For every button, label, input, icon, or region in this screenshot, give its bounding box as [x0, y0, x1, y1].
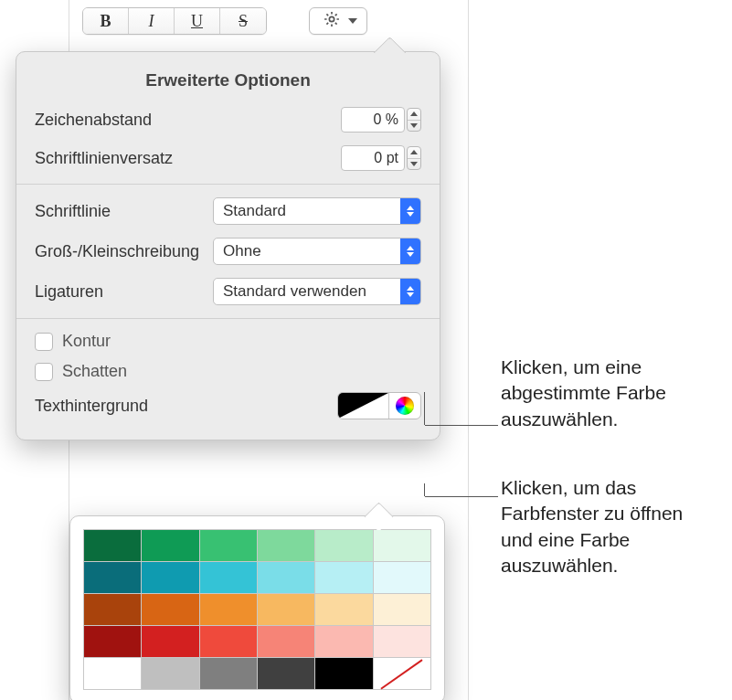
color-swatch[interactable] — [200, 530, 257, 561]
baseline-stepper[interactable] — [407, 146, 421, 170]
strikethrough-button[interactable]: S — [220, 8, 266, 34]
color-swatch[interactable] — [374, 530, 430, 561]
color-swatch[interactable] — [374, 626, 430, 657]
color-swatch[interactable] — [315, 562, 372, 593]
linestyle-label: Schriftlinie — [35, 202, 213, 221]
capitalization-row: Groß-/Kleinschreibung Ohne — [35, 238, 421, 265]
stepper-down[interactable] — [408, 121, 420, 132]
underline-button[interactable]: U — [175, 8, 220, 34]
shadow-checkbox[interactable] — [35, 363, 53, 381]
stepper-up[interactable] — [408, 109, 420, 121]
color-swatch[interactable] — [258, 658, 314, 689]
callout-color-picker: Klicken, um das Farbfenster zu öffnen un… — [501, 475, 720, 578]
popover-title: Erweiterte Optionen — [35, 70, 421, 90]
baseline-row: Schriftlinienversatz — [35, 145, 421, 171]
color-swatch[interactable] — [84, 658, 141, 689]
baseline-label: Schriftlinienversatz — [35, 149, 341, 168]
linestyle-row: Schriftlinie Standard — [35, 197, 421, 225]
ligatures-value: Standard verwenden — [223, 282, 366, 301]
callout-leader — [425, 496, 498, 497]
tracking-input[interactable] — [341, 107, 405, 133]
select-arrows-icon — [400, 198, 420, 224]
color-swatch[interactable] — [200, 658, 257, 689]
gear-icon — [323, 10, 341, 32]
text-style-toolbar: B I U S — [82, 7, 367, 35]
color-swatch[interactable] — [84, 626, 141, 657]
shadow-row: Schatten — [35, 362, 421, 381]
outline-checkbox[interactable] — [35, 333, 53, 351]
text-background-row: Texthintergrund — [35, 392, 421, 419]
select-arrows-icon — [400, 239, 420, 264]
capitalization-label: Groß-/Kleinschreibung — [35, 242, 213, 261]
color-swatch[interactable] — [200, 626, 257, 657]
advanced-options-button[interactable] — [309, 7, 367, 35]
divider — [16, 318, 440, 319]
color-swatch[interactable] — [315, 626, 372, 657]
linestyle-select[interactable]: Standard — [213, 197, 421, 225]
outline-row: Kontur — [35, 332, 421, 351]
select-arrows-icon — [400, 279, 420, 304]
linestyle-value: Standard — [223, 202, 286, 220]
color-swatch[interactable] — [315, 530, 372, 561]
advanced-options-popover: Erweiterte Optionen Zeichenabstand Schri… — [16, 51, 440, 440]
color-swatch[interactable] — [142, 658, 198, 689]
callout-leader — [425, 425, 498, 426]
color-swatch[interactable] — [142, 562, 198, 593]
preset-color-well[interactable] — [338, 393, 389, 419]
tracking-row: Zeichenabstand — [35, 107, 421, 133]
ligatures-select[interactable]: Standard verwenden — [213, 278, 421, 305]
color-swatch[interactable] — [258, 562, 314, 593]
capitalization-value: Ohne — [223, 242, 261, 260]
color-swatch[interactable] — [142, 594, 198, 625]
text-background-label: Texthintergrund — [35, 397, 148, 416]
color-swatch[interactable] — [84, 562, 141, 593]
text-background-color-wells — [337, 392, 421, 419]
svg-point-0 — [329, 16, 334, 21]
stepper-down[interactable] — [408, 159, 420, 170]
color-wheel-icon — [396, 397, 414, 415]
text-style-segmented: B I U S — [82, 7, 267, 35]
color-swatch[interactable] — [374, 562, 430, 593]
color-swatch[interactable] — [84, 594, 141, 625]
chevron-down-icon — [348, 18, 357, 24]
tracking-label: Zeichenabstand — [35, 111, 341, 130]
ligatures-row: Ligaturen Standard verwenden — [35, 278, 421, 305]
baseline-field — [341, 145, 421, 171]
bold-button[interactable]: B — [83, 8, 129, 34]
color-swatch[interactable] — [258, 626, 314, 657]
color-swatch[interactable] — [258, 594, 314, 625]
color-swatch[interactable] — [84, 530, 141, 561]
color-palette-grid — [83, 529, 431, 690]
color-swatch[interactable] — [315, 594, 372, 625]
color-picker-button[interactable] — [389, 393, 420, 419]
shadow-label: Schatten — [62, 362, 127, 381]
ligatures-label: Ligaturen — [35, 282, 213, 302]
color-swatch[interactable] — [315, 658, 372, 689]
color-palette-popover — [69, 515, 445, 700]
tracking-field — [341, 107, 421, 133]
baseline-input[interactable] — [341, 145, 405, 171]
color-swatch[interactable] — [142, 626, 198, 657]
color-swatch[interactable] — [374, 594, 430, 625]
color-swatch[interactable] — [142, 530, 198, 561]
outline-label: Kontur — [62, 332, 111, 351]
color-swatch[interactable] — [200, 594, 257, 625]
callout-preset-color: Klicken, um eine abgestimmte Farbe auszu… — [501, 355, 720, 432]
tracking-stepper[interactable] — [407, 108, 421, 132]
color-swatch[interactable] — [374, 658, 430, 689]
capitalization-select[interactable]: Ohne — [213, 238, 421, 265]
color-swatch[interactable] — [258, 530, 314, 561]
stepper-up[interactable] — [408, 147, 420, 159]
divider — [16, 184, 440, 185]
italic-button[interactable]: I — [129, 8, 175, 34]
color-swatch[interactable] — [200, 562, 257, 593]
